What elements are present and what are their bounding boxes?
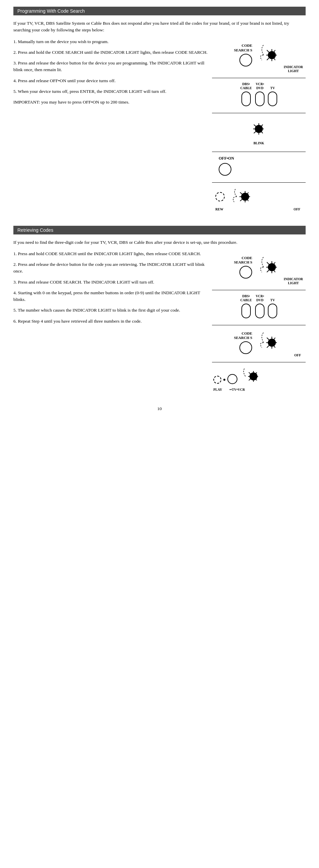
s2-step4: 4. Starting with 0 on the keypad, press … [13,289,209,303]
svg-point-8 [268,51,276,59]
section2: Retrieving Codes If you need to find the… [13,226,306,396]
s2-sun-diagram [239,366,265,386]
s2-dbs-cable-label: DBS•CABLE [240,294,252,302]
off-label: OFF [294,208,300,211]
section2-intro: If you need to find the three-digit code… [13,239,306,246]
section1-content: 1. Manually turn on the device you wish … [13,38,306,216]
blink-diagram [244,117,274,141]
diagram5: REW OFF [212,185,306,213]
s2-play-button [213,376,221,384]
section1-header: Programming With Code Search [13,7,306,16]
s2-vcr-dvd-item: VCR•DVD [255,294,264,318]
tv-button [268,92,277,106]
off-sun-diagram [227,187,260,207]
s2-off-diagram [254,329,284,356]
s2-indicator-light-label1: INDICATORLIGHT [284,277,303,285]
s2-diagram3: CODESEARCH S [212,329,306,358]
section1-intro: If your TV, VCR, DBS Satellite System or… [13,20,306,34]
s2-code-search-label2: CODESEARCH S [234,331,253,340]
s2-dbs-cable-item: DBS•CABLE [240,294,252,318]
s2-tv-vcr-button [227,374,237,384]
diagram4: OFF•ON [212,154,306,178]
diagram3: BLINK [212,115,306,147]
svg-point-17 [255,125,263,133]
vcr-dvd-label: VCR•DVD [256,82,264,90]
s2-step3: 3. Press and release CODE SEARCH. The IN… [13,279,209,285]
tv-label: TV [270,86,275,90]
s2-divider2 [212,325,306,325]
svg-point-26 [241,193,249,201]
s2-diagram2: DBS•CABLE VCR•DVD TV [212,292,306,320]
s2-step2: 2. Press and release the device button f… [13,261,209,275]
divider1 [212,78,306,78]
s2-code-search-button1 [239,266,252,279]
step2: 2. Press and hold the CODE SEARCH until … [13,49,209,56]
step3: 3. Press and release the device button f… [13,60,209,73]
s2-tv-label: TV [270,298,275,302]
s2-divider1 [212,290,306,290]
blink-label: BLINK [254,141,264,145]
important-note: IMPORTANT: you may have to press OFF•ON … [13,99,209,105]
section2-content: 1. Press and hold CODE SEARCH until the … [13,250,306,396]
s2-code-search-label1: CODESEARCH S [234,256,253,265]
svg-point-44 [268,339,276,347]
s2-vcr-dvd-button [255,304,264,318]
dbs-cable-button [241,92,251,106]
rew-button [215,192,225,202]
s2-tv-button [268,304,277,318]
s2-diagram4: PLAY ••TV•VCR [212,364,306,394]
divider3 [212,152,306,152]
code-search-label1: CODESEARCH S [234,43,253,52]
device-buttons1: DBS•CABLE VCR•DVD TV [240,82,277,106]
s2-dot [223,379,225,381]
s2-tv-item: TV [268,298,277,318]
s2-step1: 1. Press and hold CODE SEARCH until the … [13,250,209,257]
dbs-cable-label: DBS•CABLE [240,82,252,90]
page-number: 10 [13,406,306,411]
page: Programming With Code Search If your TV,… [0,0,319,868]
section1-diagrams: CODESEARCH S [212,38,306,216]
s2-play-label: PLAY [213,388,222,392]
indicator-light-diagram1 [254,42,284,68]
section2-header: Retrieving Codes [13,226,306,235]
vcr-dvd-item: VCR•DVD [255,82,264,106]
divider2 [212,113,306,113]
rew-label: REW [215,208,223,211]
s2-off-label: OFF [294,353,301,358]
tv-item: TV [268,86,277,106]
s2-diagram1: CODESEARCH S [212,254,306,285]
section2-steps: 1. Press and hold CODE SEARCH until the … [13,250,212,396]
code-search-button1 [239,54,252,66]
section2-diagrams: CODESEARCH S [212,250,306,396]
s2-indicator-light-diagram1 [254,254,284,281]
section1-steps: 1. Manually turn on the device you wish … [13,38,212,216]
vcr-dvd-button [255,92,264,106]
dbs-cable-item: DBS•CABLE [240,82,252,106]
step1: 1. Manually turn on the device you wish … [13,38,209,45]
s2-vcr-dvd-label: VCR•DVD [256,294,264,302]
s2-device-buttons: DBS•CABLE VCR•DVD TV [240,294,277,318]
diagram2: DBS•CABLE VCR•DVD TV [212,80,306,108]
s2-step6: 6. Repeat Step 4 until you have retrieve… [13,318,209,324]
off-on-button [219,163,231,176]
divider4 [212,182,306,183]
step5: 5. When your device turns off, press ENT… [13,88,209,95]
indicator-light-label1: INDICATORLIGHT [284,65,303,73]
svg-point-53 [250,372,258,380]
s2-dbs-cable-button [241,304,251,318]
svg-point-35 [268,263,276,271]
step4: 4. Press and release OFF•ON until your d… [13,78,209,84]
s2-divider3 [212,362,306,362]
diagram1: CODESEARCH S [212,42,306,73]
s2-tv-vcr-label: ••TV•VCR [229,388,245,392]
s2-step5: 5. The number which causes the INDICATOR… [13,307,209,314]
s2-code-search-button2 [239,341,252,354]
off-on-label: OFF•ON [219,156,234,161]
